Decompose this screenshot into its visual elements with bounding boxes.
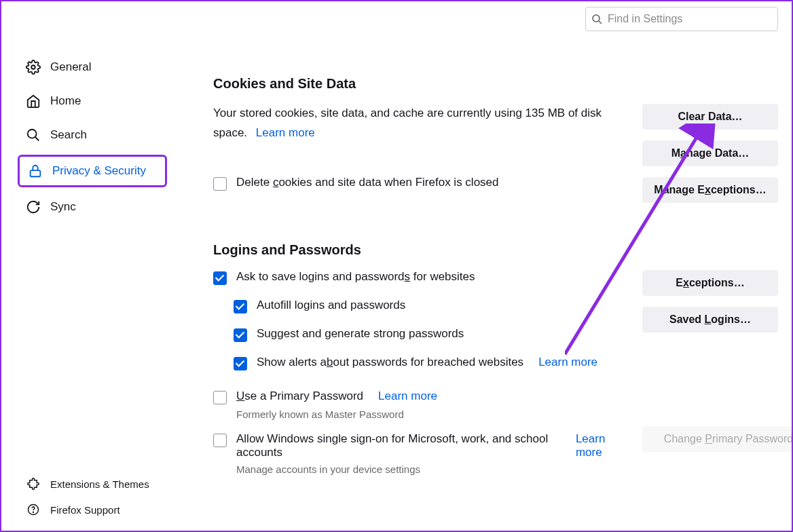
- show-alerts-checkbox[interactable]: [234, 357, 247, 370]
- section-logins-passwords: Logins and Passwords Ask to save logins …: [213, 242, 778, 475]
- sidebar-item-label: Privacy & Security: [52, 164, 146, 178]
- search-icon: [26, 128, 41, 142]
- sidebar-item-search[interactable]: Search: [18, 121, 191, 149]
- change-primary-password-button: Change Primary Password…: [642, 426, 792, 452]
- svg-point-0: [593, 15, 600, 22]
- sidebar-item-privacy-security[interactable]: Privacy & Security: [18, 155, 167, 187]
- use-primary-password-label[interactable]: Use a Primary Password: [236, 390, 363, 403]
- svg-point-3: [28, 130, 37, 138]
- main-content: Cookies and Site Data Your stored cookie…: [191, 1, 792, 531]
- lock-icon: [28, 164, 43, 178]
- sidebar-item-label: Firefox Support: [50, 504, 120, 516]
- suggest-passwords-label[interactable]: Suggest and generate strong passwords: [257, 327, 464, 341]
- sidebar-item-label: General: [50, 60, 91, 74]
- section-heading: Cookies and Site Data: [213, 76, 778, 92]
- puzzle-icon: [26, 476, 41, 491]
- autofill-checkbox[interactable]: [234, 300, 247, 314]
- svg-line-4: [35, 137, 39, 141]
- manage-accounts-note: Manage accounts in your device settings: [236, 463, 629, 475]
- svg-line-1: [599, 21, 602, 24]
- exceptions-button[interactable]: Exceptions…: [642, 270, 778, 296]
- sidebar-item-home[interactable]: Home: [18, 87, 191, 115]
- delete-cookies-checkbox[interactable]: [213, 177, 227, 191]
- use-primary-password-checkbox[interactable]: [213, 391, 227, 404]
- cookies-description: Your stored cookies, site data, and cach…: [213, 104, 629, 143]
- sidebar-item-label: Extensions & Themes: [50, 478, 149, 490]
- home-icon: [26, 94, 41, 109]
- clear-data-button[interactable]: Clear Data…: [642, 104, 778, 130]
- sync-icon: [26, 200, 41, 214]
- cookies-learn-more-link[interactable]: Learn more: [256, 126, 315, 139]
- ask-save-logins-label[interactable]: Ask to save logins and passwords for web…: [236, 270, 475, 284]
- search-input[interactable]: [585, 7, 778, 31]
- sidebar-item-sync[interactable]: Sync: [18, 193, 191, 221]
- suggest-passwords-checkbox[interactable]: [234, 328, 247, 342]
- svg-point-7: [33, 512, 34, 512]
- gear-icon: [26, 60, 41, 75]
- allow-sso-label[interactable]: Allow Windows single sign-on for Microso…: [236, 432, 561, 459]
- sidebar-item-extensions-themes[interactable]: Extensions & Themes: [18, 471, 191, 497]
- delete-cookies-label[interactable]: Delete cookies and site data when Firefo…: [236, 176, 499, 189]
- sidebar-item-label: Home: [50, 94, 81, 108]
- svg-point-2: [31, 65, 35, 69]
- saved-logins-button[interactable]: Saved Logins…: [642, 307, 778, 332]
- manage-data-button[interactable]: Manage Data…: [642, 140, 778, 166]
- autofill-label[interactable]: Autofill logins and passwords: [257, 299, 405, 312]
- section-cookies: Cookies and Site Data Your stored cookie…: [213, 76, 778, 203]
- help-icon: [26, 502, 41, 517]
- sidebar-item-label: Sync: [50, 200, 76, 214]
- formerly-master-password-note: Formerly known as Master Password: [236, 408, 629, 420]
- manage-exceptions-button[interactable]: Manage Exceptions…: [642, 177, 778, 203]
- sidebar: General Home Search Privacy & Security: [1, 1, 191, 531]
- sidebar-item-firefox-support[interactable]: Firefox Support: [18, 497, 191, 522]
- search-container: [585, 7, 778, 31]
- section-heading: Logins and Passwords: [213, 242, 778, 258]
- ask-save-logins-checkbox[interactable]: [213, 271, 227, 285]
- show-alerts-label[interactable]: Show alerts about passwords for breached…: [257, 356, 523, 369]
- search-icon: [591, 14, 602, 24]
- allow-sso-checkbox[interactable]: [213, 434, 227, 447]
- sidebar-item-label: Search: [50, 128, 87, 142]
- sidebar-item-general[interactable]: General: [18, 53, 191, 81]
- svg-rect-5: [31, 170, 41, 176]
- sso-learn-more-link[interactable]: Learn more: [576, 432, 629, 459]
- alerts-learn-more-link[interactable]: Learn more: [538, 356, 597, 369]
- primary-password-learn-more-link[interactable]: Learn more: [378, 390, 437, 403]
